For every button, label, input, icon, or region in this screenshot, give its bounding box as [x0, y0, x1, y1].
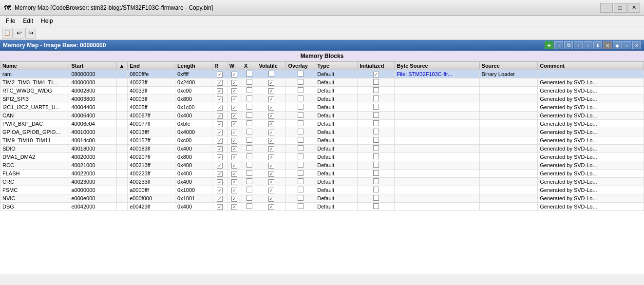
move-right-button[interactable]: →: [554, 41, 563, 49]
toolbar-redo-button[interactable]: ↪: [25, 28, 36, 38]
col-header-sort[interactable]: ▲: [117, 62, 128, 70]
checkbox[interactable]: [246, 120, 252, 126]
checkbox[interactable]: [231, 196, 237, 202]
checkbox[interactable]: [298, 137, 303, 143]
checkbox[interactable]: [268, 171, 274, 177]
checkbox[interactable]: [298, 120, 303, 126]
checkbox[interactable]: [298, 203, 303, 209]
table-row[interactable]: RTC_WWDG_IWDG4000280040033ff0xc00Default…: [0, 87, 644, 95]
checkbox[interactable]: [298, 87, 303, 93]
checkbox[interactable]: [231, 188, 237, 193]
checkbox[interactable]: [231, 96, 237, 102]
checkbox[interactable]: [246, 112, 252, 118]
checkbox[interactable]: [268, 71, 274, 76]
checkbox[interactable]: [246, 178, 252, 184]
checkbox[interactable]: [231, 80, 237, 86]
checkbox[interactable]: [373, 120, 379, 126]
checkbox[interactable]: [231, 171, 237, 177]
checkbox[interactable]: [268, 163, 274, 169]
checkbox[interactable]: [268, 146, 274, 152]
menu-edit[interactable]: Edit: [19, 17, 37, 25]
checkbox[interactable]: [268, 196, 274, 202]
checkbox[interactable]: [268, 204, 274, 210]
checkbox[interactable]: [298, 162, 303, 168]
checkbox[interactable]: [246, 87, 252, 93]
settings-button[interactable]: ◆: [613, 41, 622, 49]
checkbox[interactable]: [231, 179, 237, 185]
move-up-button[interactable]: ↑: [574, 41, 583, 49]
checkbox[interactable]: [231, 146, 237, 152]
col-header-byte-source[interactable]: Byte Source: [395, 62, 479, 70]
checkbox[interactable]: [231, 204, 237, 210]
checkbox[interactable]: [298, 95, 303, 101]
minimize-button[interactable]: ─: [600, 3, 613, 13]
table-row[interactable]: FSMCa0000000a0000fff0x1000DefaultGenerat…: [0, 186, 644, 194]
toolbar-undo-button[interactable]: ↩: [14, 28, 24, 38]
table-row[interactable]: GPIOA_GPIOB_GPIO...4001000040013fff0x400…: [0, 128, 644, 136]
checkbox[interactable]: [231, 105, 237, 111]
checkbox[interactable]: [268, 188, 274, 193]
table-row[interactable]: FLASH40022000400223ff0x400DefaultGenerat…: [0, 170, 644, 178]
checkbox[interactable]: [231, 113, 237, 119]
checkbox[interactable]: [217, 204, 223, 210]
checkbox[interactable]: [217, 72, 223, 77]
copy-button[interactable]: ⧉: [564, 41, 573, 49]
table-row[interactable]: TIM2_TIM3_TIM4_TI...4000000040023ff0x240…: [0, 78, 644, 87]
col-header-comment[interactable]: Comment: [538, 62, 644, 70]
col-header-overlay[interactable]: Overlay: [286, 62, 315, 70]
checkbox[interactable]: [217, 196, 223, 202]
checkbox[interactable]: [298, 112, 303, 118]
close-button[interactable]: ✕: [627, 3, 640, 13]
table-row[interactable]: TIM9_TIM10_TIM1140014c00400157ff0xc00Def…: [0, 136, 644, 145]
checkbox[interactable]: [231, 154, 237, 160]
table-row[interactable]: I2C1_I2C2_UART5_U...4000440040005ff0x1c0…: [0, 103, 644, 112]
col-header-w[interactable]: W: [227, 62, 242, 70]
checkbox[interactable]: [231, 138, 237, 144]
table-row[interactable]: NVICe000e000e000f0000x1001DefaultGenerat…: [0, 194, 644, 203]
checkbox[interactable]: [246, 203, 252, 209]
checkbox[interactable]: [217, 154, 223, 160]
checkbox[interactable]: [373, 104, 379, 110]
checkbox[interactable]: [373, 72, 379, 77]
table-row[interactable]: DMA1_DMA240020000400207ff0x800DefaultGen…: [0, 153, 644, 161]
checkbox[interactable]: [217, 105, 223, 111]
checkbox[interactable]: [217, 88, 223, 94]
cancel-button[interactable]: ✕: [603, 41, 612, 49]
checkbox[interactable]: [268, 154, 274, 160]
checkbox[interactable]: [298, 71, 303, 76]
checkbox[interactable]: [298, 195, 303, 201]
checkbox[interactable]: [246, 137, 252, 143]
checkbox[interactable]: [231, 72, 237, 77]
checkbox[interactable]: [298, 129, 303, 134]
table-row[interactable]: RCC40021000400213ff0x400DefaultGenerated…: [0, 161, 644, 170]
checkbox[interactable]: [268, 138, 274, 144]
checkbox[interactable]: [246, 104, 252, 110]
col-header-length[interactable]: Length: [175, 62, 212, 70]
checkbox[interactable]: [268, 113, 274, 119]
checkbox[interactable]: [373, 87, 379, 93]
checkbox[interactable]: [217, 163, 223, 169]
checkbox[interactable]: [231, 88, 237, 94]
checkbox[interactable]: [298, 178, 303, 184]
checkbox[interactable]: [268, 179, 274, 185]
col-header-volatile[interactable]: Volatile: [257, 62, 286, 70]
checkbox[interactable]: [373, 95, 379, 101]
checkbox[interactable]: [373, 129, 379, 134]
checkbox[interactable]: [268, 96, 274, 102]
checkbox[interactable]: [268, 105, 274, 111]
close-panel-button[interactable]: ✕: [632, 41, 641, 49]
checkbox[interactable]: [268, 121, 274, 127]
move-down-button[interactable]: ↓: [584, 41, 592, 49]
checkbox[interactable]: [373, 162, 379, 168]
checkbox[interactable]: [217, 146, 223, 152]
menu-file[interactable]: File: [2, 17, 19, 25]
checkbox[interactable]: [231, 121, 237, 127]
toolbar-new-button[interactable]: 📋: [2, 28, 13, 38]
checkbox[interactable]: [246, 195, 252, 201]
checkbox[interactable]: [268, 88, 274, 94]
table-row[interactable]: DBGe0042000e00423ff0x400DefaultGenerated…: [0, 203, 644, 211]
checkbox[interactable]: [246, 145, 252, 151]
checkbox[interactable]: [246, 71, 252, 76]
checkbox[interactable]: [217, 113, 223, 119]
table-row[interactable]: CAN40006400400067ff0x400DefaultGenerated…: [0, 112, 644, 120]
